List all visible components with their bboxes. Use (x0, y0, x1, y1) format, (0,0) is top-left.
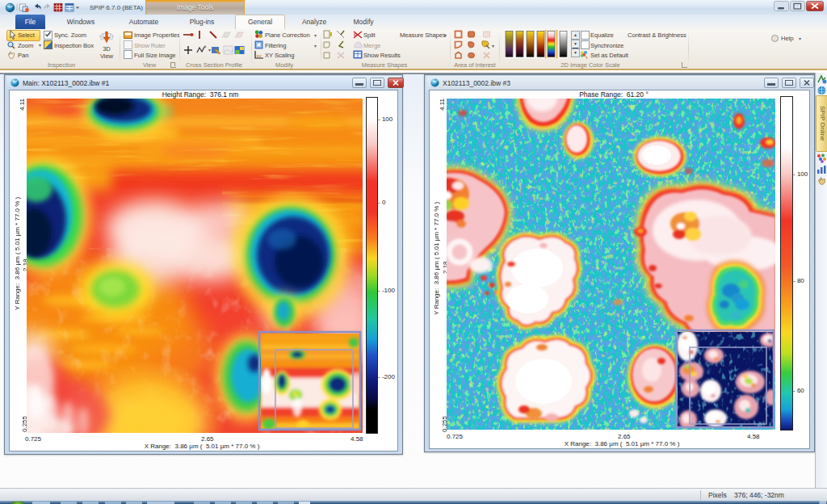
svg-text:xy: xy (257, 53, 262, 58)
